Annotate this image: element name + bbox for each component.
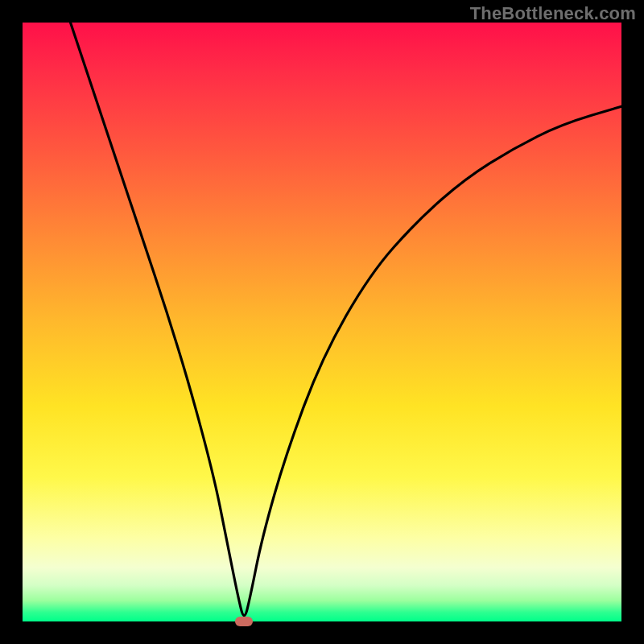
chart-frame: TheBottleneck.com bbox=[0, 0, 644, 644]
bottleneck-curve bbox=[71, 23, 621, 616]
watermark-text: TheBottleneck.com bbox=[470, 3, 636, 24]
curve-svg bbox=[23, 23, 621, 621]
plot-area bbox=[23, 23, 621, 621]
optimum-marker bbox=[235, 617, 253, 626]
